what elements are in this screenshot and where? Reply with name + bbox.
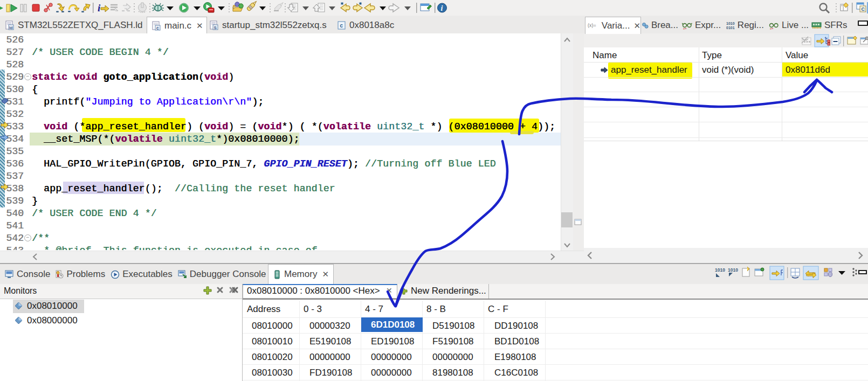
svg-text:ld: ld — [9, 25, 13, 30]
svg-text:1010: 1010 — [728, 267, 738, 273]
svg-text:S: S — [214, 25, 217, 30]
svg-text:x=: x= — [683, 26, 687, 30]
svg-text:c: c — [156, 25, 159, 30]
svg-text:i: i — [98, 2, 101, 13]
svg-text:c: c — [340, 23, 343, 29]
svg-text:i: i — [441, 4, 443, 12]
svg-text:1010: 1010 — [726, 22, 735, 25]
svg-text:x=: x= — [770, 26, 774, 30]
svg-text:1010: 1010 — [715, 267, 725, 273]
svg-text:0101: 0101 — [726, 25, 735, 29]
svg-text:(x)=: (x)= — [588, 22, 596, 27]
svg-text:C: C — [862, 6, 865, 12]
